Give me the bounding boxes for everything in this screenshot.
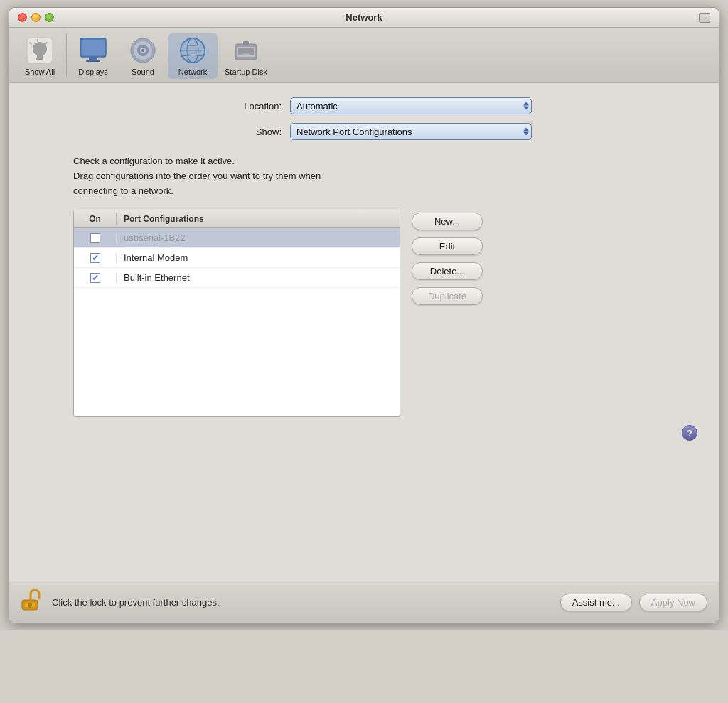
svg-rect-7 — [89, 57, 97, 60]
toolbar-item-displays[interactable]: Displays — [68, 33, 118, 79]
delete-button[interactable]: Delete... — [412, 262, 483, 280]
port-checkbox-modem[interactable]: ✓ — [90, 253, 100, 263]
startup-disk-label: Startup Disk — [225, 68, 267, 76]
sound-label: Sound — [132, 68, 154, 76]
port-checkbox-usbserial[interactable] — [90, 233, 100, 243]
new-button[interactable]: New... — [412, 213, 483, 230]
location-row: Location: Automatic — [31, 97, 697, 114]
network-label: Network — [178, 68, 207, 76]
checkmark-modem: ✓ — [92, 253, 99, 263]
svg-rect-6 — [82, 40, 105, 55]
port-name-ethernet: Built-in Ethernet — [117, 272, 197, 283]
assist-me-button[interactable]: Assist me... — [560, 594, 632, 611]
lock-icon[interactable] — [21, 589, 41, 616]
apply-now-button[interactable]: Apply Now — [639, 594, 707, 611]
main-window: Network Show All — [9, 7, 719, 623]
panel-area: On Port Configurations usbserial-1B22 ✓ — [31, 210, 697, 417]
list-header: On Port Configurations — [74, 210, 400, 228]
show-all-label: Show All — [25, 68, 55, 76]
header-on: On — [74, 213, 117, 225]
toolbar-item-sound[interactable]: Sound — [118, 33, 168, 79]
show-row: Show: Network Port Configurations — [31, 123, 697, 140]
instructions: Check a configuration to make it active.… — [31, 154, 697, 198]
checkmark-ethernet: ✓ — [92, 273, 99, 283]
show-select[interactable]: Network Port Configurations — [290, 123, 532, 140]
toolbar-separator — [66, 33, 67, 76]
toolbar-item-network[interactable]: Network — [168, 33, 218, 79]
sound-icon — [129, 36, 157, 65]
bottom-bar: Click the lock to prevent further change… — [9, 581, 719, 623]
edit-button[interactable]: Edit — [412, 237, 483, 255]
list-empty-space — [74, 288, 400, 416]
port-checkbox-ethernet[interactable]: ✓ — [90, 273, 100, 283]
show-all-icon — [26, 36, 54, 65]
help-area: ? — [31, 417, 697, 444]
toolbar-item-show-all[interactable]: Show All — [15, 33, 65, 79]
zoom-button[interactable] — [45, 13, 54, 22]
port-list-container: On Port Configurations usbserial-1B22 ✓ — [73, 210, 400, 417]
port-checkbox-cell-usbserial — [74, 233, 117, 243]
network-icon — [178, 36, 207, 65]
startup-disk-icon — [232, 36, 260, 65]
instruction-line2: Drag configurations into the order you w… — [73, 169, 697, 184]
svg-rect-1 — [36, 58, 43, 60]
displays-label: Displays — [78, 68, 108, 76]
location-select-wrapper: Automatic — [290, 97, 532, 114]
titlebar-widget[interactable] — [699, 13, 710, 23]
instruction-line3: connecting to a network. — [73, 184, 697, 199]
header-name: Port Configurations — [117, 213, 211, 225]
window-title: Network — [346, 12, 382, 23]
show-label: Show: — [196, 127, 282, 137]
svg-rect-27 — [29, 605, 31, 608]
location-select[interactable]: Automatic — [290, 97, 532, 114]
port-checkbox-cell-modem: ✓ — [74, 253, 117, 263]
port-row-usbserial[interactable]: usbserial-1B22 — [74, 228, 400, 248]
port-name-modem: Internal Modem — [117, 252, 195, 263]
port-name-usbserial: usbserial-1B22 — [117, 232, 193, 243]
svg-rect-8 — [86, 60, 100, 62]
titlebar: Network — [9, 8, 719, 28]
svg-rect-22 — [242, 53, 250, 55]
traffic-lights — [18, 13, 54, 22]
location-label: Location: — [196, 101, 282, 112]
displays-icon — [79, 36, 107, 65]
main-content: Location: Automatic Show: Network Port C… — [9, 83, 719, 581]
button-column: New... Edit Delete... Duplicate — [412, 210, 483, 417]
minimize-button[interactable] — [31, 13, 41, 22]
show-select-wrapper: Network Port Configurations — [290, 123, 532, 140]
svg-rect-23 — [243, 41, 249, 45]
duplicate-button[interactable]: Duplicate — [412, 287, 483, 305]
svg-point-13 — [141, 49, 144, 52]
port-row-ethernet[interactable]: ✓ Built-in Ethernet — [74, 268, 400, 288]
help-button[interactable]: ? — [682, 425, 697, 441]
port-checkbox-cell-ethernet: ✓ — [74, 273, 117, 283]
toolbar: Show All Displays — [9, 28, 719, 83]
port-row-internal-modem[interactable]: ✓ Internal Modem — [74, 248, 400, 268]
lock-text: Click the lock to prevent further change… — [52, 597, 553, 608]
close-button[interactable] — [18, 13, 27, 22]
instruction-line1: Check a configuration to make it active. — [73, 154, 697, 169]
svg-rect-2 — [37, 39, 38, 42]
toolbar-item-startup-disk[interactable]: Startup Disk — [218, 33, 274, 79]
